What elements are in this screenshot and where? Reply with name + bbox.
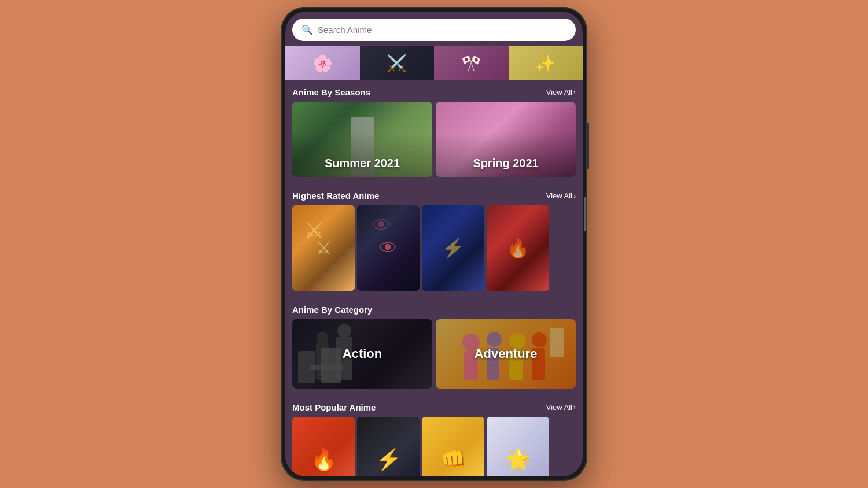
category-card-action[interactable]: Action	[292, 319, 432, 389]
highest-rated-title: Highest Rated Anime	[292, 191, 379, 201]
category-card-adventure[interactable]: Adventure	[436, 319, 576, 389]
anime-bg-aot: ⚔	[292, 205, 355, 291]
category-header: Anime By Category	[285, 298, 583, 319]
most-popular-section: Most Popular Anime View All › 🔥 ⚡ 👊 🌟	[285, 395, 583, 476]
banner-piece-2: ⚔️	[360, 46, 435, 80]
seasons-header: Anime By Seasons View All ›	[285, 80, 583, 102]
popular-anime-row[interactable]: 🔥 ⚡ 👊 🌟	[285, 417, 583, 476]
seasons-view-all[interactable]: View All ›	[546, 88, 576, 97]
most-popular-title: Most Popular Anime	[292, 402, 376, 412]
banner-piece-4: ✨	[509, 46, 583, 80]
spring-label: Spring 2021	[473, 157, 538, 177]
search-bar[interactable]: 🔍	[292, 19, 576, 41]
action-label: Action	[343, 346, 382, 361]
season-card-spring[interactable]: Spring 2021	[436, 102, 576, 177]
adventure-label: Adventure	[475, 346, 538, 361]
season-card-summer[interactable]: Summer 2021	[292, 102, 432, 177]
scroll-indicator	[584, 197, 586, 231]
search-icon: 🔍	[301, 24, 313, 35]
anime-card-2[interactable]: 👁	[357, 205, 420, 291]
anime-card-3[interactable]: ⚡	[422, 205, 484, 291]
anime-bg-demon-slayer: 🔥	[487, 205, 549, 291]
popular-card-1[interactable]: 🔥	[292, 417, 355, 476]
banner-piece-1: 🌸	[285, 46, 360, 80]
most-popular-view-all[interactable]: View All ›	[546, 403, 576, 412]
anime-bg-tanjiro: 👁	[357, 205, 420, 291]
popular-card-4[interactable]: 🌟	[487, 417, 549, 476]
phone-screen: 🔍 🌸 ⚔️ 🎌 ✨ Anime By Seasons View All ›	[285, 12, 583, 476]
screen-content[interactable]: 🔍 🌸 ⚔️ 🎌 ✨ Anime By Seasons View All ›	[285, 12, 583, 476]
highest-rated-row[interactable]: ⚔ 👁 ⚡ 🔥	[285, 205, 583, 298]
chevron-right-icon-2: ›	[573, 192, 576, 200]
popular-card-3[interactable]: 👊	[422, 417, 484, 476]
chevron-right-icon: ›	[573, 88, 576, 97]
highest-rated-view-all[interactable]: View All ›	[546, 191, 576, 200]
anime-bg-kimetsu: ⚡	[422, 205, 484, 291]
category-section: Anime By Category	[285, 298, 583, 395]
anime-card-4[interactable]: 🔥	[487, 205, 549, 291]
highest-rated-header: Highest Rated Anime View All ›	[285, 184, 583, 205]
top-banner-strip: 🌸 ⚔️ 🎌 ✨	[285, 46, 583, 80]
popular-card-2[interactable]: ⚡	[357, 417, 420, 476]
banner-piece-3: 🎌	[434, 46, 509, 80]
phone-device: 🔍 🌸 ⚔️ 🎌 ✨ Anime By Seasons View All ›	[281, 7, 587, 481]
summer-label: Summer 2021	[325, 157, 400, 177]
search-input[interactable]	[318, 25, 567, 35]
highest-rated-section: Highest Rated Anime View All › ⚔ 👁 ⚡	[285, 184, 583, 298]
chevron-right-icon-3: ›	[573, 404, 576, 412]
season-cards-container: Summer 2021 Spring 2021	[285, 102, 583, 184]
seasons-section: Anime By Seasons View All › Summer 2021	[285, 80, 583, 184]
most-popular-header: Most Popular Anime View All ›	[285, 395, 583, 417]
category-title: Anime By Category	[292, 305, 372, 315]
seasons-title: Anime By Seasons	[292, 87, 370, 97]
category-cards-container: Action	[285, 319, 583, 395]
anime-card-1[interactable]: ⚔	[292, 205, 355, 291]
